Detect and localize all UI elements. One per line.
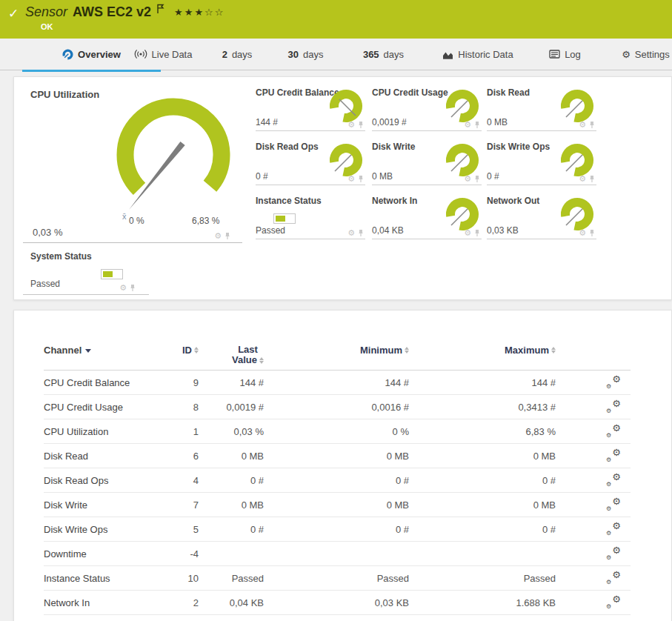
priority-stars[interactable]: ★★★☆☆ — [174, 7, 224, 18]
tab-historic-label: Historic Data — [458, 49, 513, 60]
tile-icons: ⚙ — [579, 229, 595, 237]
tile-title: System Status — [30, 251, 92, 262]
status-indicator — [273, 213, 296, 224]
tile-title: Instance Status — [256, 196, 322, 206]
historic-chart-icon — [442, 50, 453, 59]
table-row: Network In 2 0,04 KB 0,03 KB 1.688 KB ⚙⚙ — [44, 591, 631, 615]
cell-id: 8 — [170, 402, 199, 413]
cell-maximum: 0 MB — [409, 499, 556, 511]
cell-maximum: 144 # — [409, 377, 556, 388]
cell-id: 7 — [170, 499, 199, 511]
tile-icons: ⚙ — [579, 121, 595, 129]
tile-instance-status[interactable]: Instance Status Passed ⚙ — [256, 193, 365, 239]
channel-settings-icon[interactable]: ⚙⚙ — [606, 449, 621, 462]
header-minimum[interactable]: Minimum — [360, 340, 409, 356]
pin-icon[interactable] — [589, 175, 595, 183]
pin-icon[interactable] — [474, 229, 480, 237]
cpu-utilization-gauge: x̄ — [99, 92, 247, 222]
channel-gear-icon[interactable]: ⚙ — [119, 284, 127, 292]
tile-disk-read-ops[interactable]: Disk Read Ops 0 # ⚙ — [256, 139, 365, 185]
cell-maximum: 0,3413 # — [409, 402, 556, 413]
tile-network-out[interactable]: Network Out 0,03 KB ⚙ — [487, 193, 596, 239]
cell-channel: Instance Status — [44, 573, 170, 584]
cell-last-value: 0,04 KB — [199, 597, 264, 608]
channel-settings-icon[interactable]: ⚙⚙ — [606, 596, 621, 609]
channel-gear-icon[interactable]: ⚙ — [347, 229, 355, 237]
stars-empty: ☆☆ — [204, 7, 224, 18]
channel-settings-icon[interactable]: ⚙⚙ — [606, 425, 621, 438]
tile-network-in[interactable]: Network In 0,04 KB ⚙ — [372, 193, 482, 239]
channel-gear-icon[interactable]: ⚙ — [579, 121, 586, 129]
channel-gear-icon[interactable]: ⚙ — [464, 229, 471, 237]
cell-minimum: 0 # — [264, 524, 409, 535]
pin-icon[interactable] — [474, 175, 480, 183]
header-channel[interactable]: Channel — [44, 340, 170, 356]
tile-title: Network In — [372, 196, 417, 206]
pin-icon[interactable] — [474, 121, 480, 129]
pin-icon[interactable] — [358, 121, 364, 129]
pin-icon[interactable] — [358, 229, 364, 237]
small-gauge — [559, 197, 595, 231]
tile-disk-write-ops[interactable]: Disk Write Ops 0 # ⚙ — [487, 139, 596, 185]
cell-last-value: 0,03 % — [199, 426, 264, 437]
tab-settings[interactable]: ⚙ Settings — [617, 39, 672, 70]
sensor-kind-label: Sensor — [25, 4, 67, 20]
pin-icon[interactable] — [589, 121, 595, 129]
tile-system-status[interactable]: System Status Passed ⚙ — [23, 246, 149, 295]
tab-2-days-number: 2 — [222, 49, 227, 60]
cell-maximum: 0 # — [409, 475, 556, 486]
channel-gear-icon[interactable]: ⚙ — [579, 175, 586, 183]
tile-cpu-utilization[interactable]: CPU Utilization x̄ 0 % 6,83 % 0,03 % ⚙ — [23, 82, 242, 243]
channel-gear-icon[interactable]: ⚙ — [464, 121, 471, 129]
cell-maximum: Passed — [409, 573, 556, 584]
tab-log[interactable]: Log — [537, 39, 593, 70]
channel-gear-icon[interactable]: ⚙ — [347, 121, 355, 129]
table-row: CPU Credit Usage 8 0,0019 # 0,0016 # 0,3… — [44, 395, 631, 419]
tile-disk-read[interactable]: Disk Read 0 MB ⚙ — [487, 84, 596, 131]
settings-gear-icon: ⚙ — [622, 50, 631, 59]
tab-365-days-number: 365 — [363, 49, 379, 60]
flag-icon[interactable] — [156, 4, 164, 17]
channel-settings-icon[interactable]: ⚙⚙ — [606, 571, 621, 585]
tab-365-days-unit: days — [384, 49, 404, 60]
channel-settings-icon[interactable]: ⚙⚙ — [606, 474, 621, 487]
table-row: Disk Write Ops 5 0 # 0 # 0 # ⚙⚙ — [44, 517, 631, 542]
pin-icon[interactable] — [589, 229, 595, 237]
tile-cpu-credit-balance[interactable]: CPU Credit Balance 144 # ⚙ — [256, 84, 365, 131]
tile-cpu-credit-usage[interactable]: CPU Credit Usage 0,0019 # ⚙ — [372, 84, 482, 131]
channel-settings-icon[interactable]: ⚙⚙ — [606, 400, 621, 414]
tile-value: Passed — [30, 279, 60, 289]
cell-maximum: 0 MB — [409, 451, 556, 462]
small-gauge — [559, 143, 595, 177]
tile-value: 144 # — [256, 117, 278, 127]
channel-settings-icon[interactable]: ⚙⚙ — [606, 547, 621, 560]
channel-gear-icon[interactable]: ⚙ — [347, 175, 355, 183]
header-id[interactable]: ID — [182, 340, 199, 356]
channel-gear-icon[interactable]: ⚙ — [579, 229, 586, 237]
tab-historic-data[interactable]: Historic Data — [430, 39, 526, 70]
channel-settings-icon[interactable]: ⚙⚙ — [606, 522, 621, 536]
channel-settings-icon[interactable]: ⚙⚙ — [606, 498, 621, 511]
header-maximum[interactable]: Maximum — [505, 340, 556, 356]
header-last-value[interactable]: Last Value — [232, 340, 264, 365]
pin-icon[interactable] — [224, 232, 230, 240]
tile-value: 0 MB — [372, 171, 393, 182]
cell-last-value: Passed — [199, 573, 264, 584]
tab-365-days[interactable]: 365 days — [348, 39, 419, 70]
tab-2-days[interactable]: 2 days — [207, 39, 267, 70]
tab-30-days[interactable]: 30 days — [274, 39, 337, 70]
tab-live-data[interactable]: Live Data — [119, 39, 207, 70]
cell-last-value: 0 # — [199, 524, 264, 535]
cell-maximum: 0 # — [409, 524, 556, 535]
channel-gear-icon[interactable]: ⚙ — [214, 232, 222, 240]
tile-disk-write[interactable]: Disk Write 0 MB ⚙ — [372, 139, 482, 185]
tile-icons: ⚙ — [347, 121, 364, 129]
cell-minimum: 144 # — [264, 377, 409, 388]
pin-icon[interactable] — [130, 284, 136, 292]
mean-marker: x̄ — [122, 212, 127, 221]
tile-title: Network Out — [487, 196, 539, 206]
channel-gear-icon[interactable]: ⚙ — [464, 175, 471, 183]
pin-icon[interactable] — [358, 175, 364, 183]
channel-settings-icon[interactable]: ⚙⚙ — [606, 376, 621, 389]
cell-minimum: 0 # — [264, 475, 409, 486]
